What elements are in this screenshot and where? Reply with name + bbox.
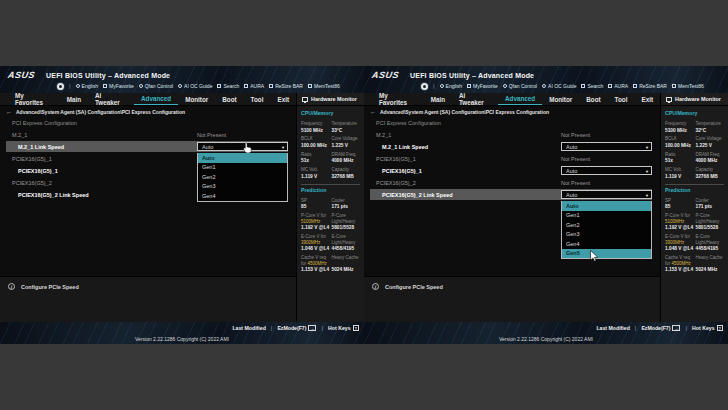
tab-my-favorites[interactable]: My Favorites [372,93,424,105]
core-voltage-value: 1.225 V [696,143,725,149]
dropdown-option-list: Auto Gen1 Gen2 Gen3 Gen4 Gen5 [561,201,652,259]
ecore-v-value: 1.048 V @L4 [665,246,694,252]
toolbar-item-myfavorite[interactable]: MyFavorite [467,83,498,89]
window-title: UEFI BIOS Utility – Advanced Mode [46,72,170,79]
ezmode-button[interactable]: EzMode(F7)→ [641,325,680,331]
tab-exit[interactable]: Exit [270,93,296,105]
toolbar-item-myfavorite[interactable]: MyFavorite [103,83,134,89]
tab-tool[interactable]: Tool [244,93,271,105]
toolbar-item-resize-bar[interactable]: ReSize BAR [633,83,667,89]
tab-main[interactable]: Main [424,93,452,105]
dropdown-option-gen4[interactable]: Gen4 [198,191,287,201]
cache-v-value: 1.153 V @L4 [665,267,694,273]
tab-monitor[interactable]: Monitor [178,93,215,105]
setting-row-m2-1: M.2_1 Not Present [370,129,652,140]
chevron-down-icon: ▼ [281,145,285,150]
dropdown-option-gen1[interactable]: Gen1 [198,163,287,173]
ezmode-exit-icon: → [672,325,680,331]
toolbar-item-ai-oc[interactable]: AI OC Guide [178,83,212,89]
dropdown-option-auto[interactable]: Auto [198,153,287,163]
link-speed-dropdown[interactable]: Auto ▼ [561,142,652,151]
toolbar-item-aura[interactable]: AURA [244,83,264,89]
tab-advanced[interactable]: Advanced [498,93,542,105]
aura-icon [244,84,248,88]
dropdown-option-gen1[interactable]: Gen1 [562,211,651,221]
cpu-memory-header: CPU/Memory [665,110,724,116]
dropdown-option-gen2[interactable]: Gen2 [198,172,287,182]
back-arrow-icon[interactable]: ← [370,109,376,115]
dropdown-option-gen4[interactable]: Gen4 [562,239,651,249]
prediction-header: Prediction [665,187,724,193]
link-speed-dropdown[interactable]: Auto ▼ [561,190,652,199]
bclk-value: 100.00 MHz [665,143,694,149]
toolbar-item-resize-bar[interactable]: ReSize BAR [269,83,303,89]
pcore-freq: 5100MHz [665,219,684,224]
hardware-monitor-header: Hardware Monitor [296,93,364,105]
setting-value: Not Present [561,156,590,162]
tab-main[interactable]: Main [60,93,88,105]
toolbar-item-search[interactable]: Search [581,83,603,89]
gear-icon[interactable] [57,83,64,90]
tab-ai-tweaker[interactable]: Ai Tweaker [88,93,134,105]
hand-cursor [243,142,252,153]
tab-boot[interactable]: Boot [579,93,607,105]
pcore-freq: 5100MHz [301,219,320,224]
last-modified-button[interactable]: Last Modified [596,325,629,331]
ecore-lh-value: 4458/4195 [332,246,361,252]
ecore-freq: 3900MHz [665,240,684,245]
settings-pane: ← Advanced\System Agent (SA) Configurati… [364,106,660,322]
gear-icon[interactable] [421,83,428,90]
breadcrumb[interactable]: ← Advanced\System Agent (SA) Configurati… [364,106,660,117]
ezmode-button[interactable]: EzMode(F7)→ [277,325,316,331]
dropdown-option-gen3[interactable]: Gen3 [198,182,287,192]
tab-monitor[interactable]: Monitor [542,93,579,105]
toolbar-item-search[interactable]: Search [217,83,239,89]
setting-row-m2-1-link-speed[interactable]: M.2_1 Link Speed Auto ▼ [370,141,652,152]
tab-boot[interactable]: Boot [215,93,243,105]
ratio-value: 51x [665,158,694,164]
pcore-lh-value: 5801/5528 [696,225,725,231]
dropdown-option-gen5[interactable]: Gen5 [562,249,651,259]
toolbar-item-aura[interactable]: AURA [608,83,628,89]
tab-advanced[interactable]: Advanced [134,93,178,105]
myfavorite-icon [467,84,471,88]
tab-tool[interactable]: Tool [608,93,635,105]
breadcrumb[interactable]: ← Advanced\System Agent (SA) Configurati… [0,106,296,117]
hot-keys-button[interactable]: Hot Keys? [328,325,359,331]
back-arrow-icon[interactable]: ← [6,109,12,115]
dropdown-option-gen2[interactable]: Gen2 [562,220,651,230]
myfavorite-icon [103,84,107,88]
toolbar-item-english[interactable]: English [440,83,462,89]
tab-my-favorites[interactable]: My Favorites [8,93,60,105]
toolbar-item-memtest[interactable]: MemTest86 [308,83,340,89]
help-bar: i Configure PCIe Speed [364,276,660,322]
cooler-value: 171 pts [696,204,725,210]
capacity-value: 32768 MB [696,174,725,180]
toolbar-item-qfan[interactable]: Qfan Control [503,83,537,89]
hot-keys-button[interactable]: Hot Keys? [692,325,723,331]
toolbar-item-qfan[interactable]: Qfan Control [139,83,173,89]
dropdown-option-gen3[interactable]: Gen3 [562,230,651,240]
tab-exit[interactable]: Exit [634,93,660,105]
bclk-value: 100.00 MHz [301,143,330,149]
heavy-cache-value: 5024 MHz [332,267,361,273]
info-icon: i [8,283,15,290]
last-modified-button[interactable]: Last Modified [232,325,265,331]
tab-ai-tweaker[interactable]: Ai Tweaker [452,93,498,105]
info-icon: i [372,283,379,290]
hardware-monitor-header: Hardware Monitor [660,93,728,105]
setting-row-pciex16-g5-1-speed[interactable]: PCIEX16(G5)_1 Auto ▼ [370,165,652,176]
search-icon [217,84,221,88]
temperature-value: 33°C [332,128,361,134]
setting-row-pciex16-g5-2-link-speed[interactable]: PCIEX16(G5)_2 Link Speed Auto ▼ [370,189,652,200]
toolbar-item-english[interactable]: English [76,83,98,89]
dropdown-option-auto[interactable]: Auto [562,201,651,211]
link-speed-dropdown[interactable]: Auto ▼ [561,166,652,175]
toolbar-item-ai-oc[interactable]: AI OC Guide [542,83,576,89]
version-text: Version 2.22.1286 Copyright (C) 2022 AMI [0,336,364,342]
footer-band: Last Modified | EzMode(F7)→ | Hot Keys? … [364,322,728,344]
toolbar-item-memtest[interactable]: MemTest86 [672,83,704,89]
monitor-icon [666,97,672,102]
section-title: PCI Express Configuration [364,117,660,129]
pcore-v-value: 1.192 V @L4 [665,225,694,231]
